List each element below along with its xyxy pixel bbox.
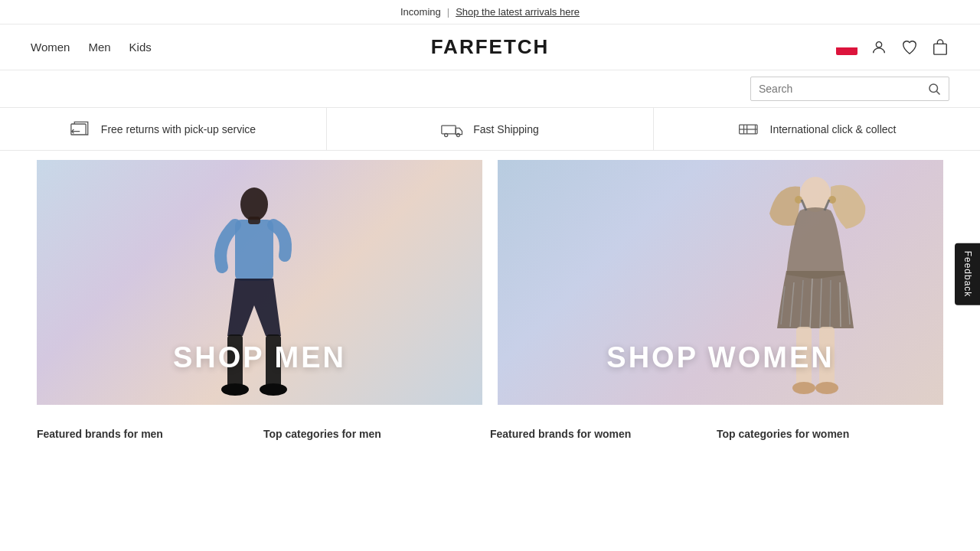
svg-rect-3 [934,44,947,54]
main-nav: Women Men Kids [31,41,152,54]
svg-line-32 [840,282,841,327]
announcement-text: Incoming [400,6,441,18]
svg-rect-17 [235,220,273,281]
bottom-link-featured-women[interactable]: Featured brands for women [490,420,717,440]
hero-section: SHOP MEN [0,160,980,405]
bottom-link-top-women[interactable]: Top categories for women [717,420,943,440]
service-returns: Free returns with pick-up service [0,108,327,150]
account-icon[interactable] [870,38,888,57]
feedback-container: Feedback [955,243,980,308]
service-shipping-label: Fast Shipping [473,123,539,135]
service-shipping: Fast Shipping [327,108,654,150]
service-collect: International click & collect [654,108,980,150]
site-logo[interactable]: FARFETCH [431,35,550,59]
nav-item-men[interactable]: Men [88,41,110,54]
svg-line-31 [830,280,831,328]
search-row [0,70,980,108]
feedback-button[interactable]: Feedback [955,243,980,305]
svg-point-16 [240,187,268,221]
service-returns-label: Free returns with pick-up service [101,123,256,135]
returns-icon [70,121,92,138]
svg-point-38 [792,382,815,394]
bag-icon[interactable] [931,38,949,57]
svg-point-2 [876,41,881,47]
svg-point-20 [221,383,249,396]
wishlist-icon[interactable] [900,38,919,57]
svg-point-25 [828,196,836,204]
svg-line-5 [936,91,939,94]
nav-item-kids[interactable]: Kids [129,41,152,54]
svg-rect-22 [248,217,260,224]
header: Women Men Kids FARFETCH [0,24,980,70]
collect-icon [738,121,761,138]
search-container [750,77,949,101]
search-button[interactable] [927,82,941,96]
service-bar: Free returns with pick-up service Fast S… [0,108,980,151]
svg-point-4 [929,84,938,93]
announcement-link[interactable]: Shop the latest arrivals here [456,6,580,18]
svg-rect-1 [836,47,858,55]
nav-item-women[interactable]: Women [31,41,70,54]
hero-women-label: SHOP WOMEN [606,341,834,374]
hero-men-label: SHOP MEN [173,341,346,374]
country-flag[interactable] [836,40,858,55]
svg-point-21 [260,383,287,396]
announcement-bar: Incoming | Shop the latest arrivals here [0,0,980,24]
svg-rect-8 [442,126,456,134]
shipping-icon [441,121,464,138]
bottom-links: Featured brands for men Top categories f… [0,405,980,440]
svg-rect-0 [836,40,858,47]
bottom-link-featured-men[interactable]: Featured brands for men [37,420,263,440]
announcement-separator: | [447,6,449,18]
svg-point-39 [815,382,838,394]
nav-right [836,38,949,57]
hero-women-card[interactable]: SHOP WOMEN [498,160,943,405]
search-input[interactable] [759,83,927,95]
hero-men-card[interactable]: SHOP MEN [37,160,482,405]
svg-point-24 [795,196,802,204]
bottom-link-top-men[interactable]: Top categories for men [263,420,490,440]
service-collect-label: International click & collect [770,123,897,135]
